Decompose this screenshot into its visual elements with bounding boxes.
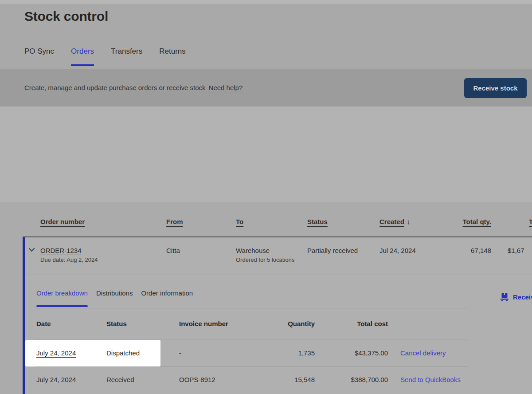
expanded-order-card: ORDER-1234 Due date: Aug 2, 2024 Citta W…: [23, 237, 532, 394]
top-strip: [0, 0, 532, 4]
tab-orders[interactable]: Orders: [71, 47, 94, 66]
orders-table-header: Order number From To Status Created↓ Tot…: [23, 202, 532, 237]
header-status[interactable]: Status: [307, 218, 379, 225]
date-link[interactable]: July 24, 2024: [36, 349, 76, 357]
need-help-link[interactable]: Need help?: [209, 84, 243, 91]
order-due-date: Due date: Aug 2, 2024: [40, 256, 166, 263]
order-number-cell: ORDER-1234 Due date: Aug 2, 2024: [40, 237, 166, 275]
header-order-number[interactable]: Order number: [40, 218, 166, 225]
cancel-delivery-link[interactable]: Cancel delivery: [400, 349, 446, 357]
row-date-cell: July 24, 2024: [36, 349, 106, 357]
header-created[interactable]: Created↓: [379, 218, 448, 225]
row-total-cost-cell: $43,375.00: [315, 349, 388, 357]
order-to-cell: Warehouse Ordered for 5 locations: [236, 237, 307, 275]
info-banner: Create, manage and update purchase order…: [0, 69, 532, 106]
header-to[interactable]: To: [236, 218, 307, 225]
order-detail-tabs-row: Order breakdown Distributions Order info…: [25, 275, 532, 308]
breakdown-header-total-cost: Total cost: [315, 320, 388, 327]
receive-action-link[interactable]: Receive: [500, 293, 532, 301]
tab-order-information[interactable]: Order information: [141, 289, 193, 308]
orders-table-section: Order number From To Status Created↓ Tot…: [0, 202, 532, 394]
order-breakdown-table: Date Status Invoice number Quantity Tota…: [36, 308, 468, 392]
breakdown-header-quantity: Quantity: [244, 320, 315, 327]
breakdown-row-received: July 24, 2024 Received OOPS-8912 15,548 …: [36, 367, 468, 392]
order-to-value: Warehouse: [236, 247, 307, 254]
filters-section: Show All orders Search orders Outlet All…: [0, 106, 532, 202]
sort-descending-icon: ↓: [407, 218, 411, 225]
order-status-cell: Partially received: [307, 237, 379, 275]
order-summary-row[interactable]: ORDER-1234 Due date: Aug 2, 2024 Citta W…: [25, 237, 532, 275]
tab-transfers[interactable]: Transfers: [111, 47, 142, 66]
row-date-cell: July 24, 2024: [36, 376, 106, 383]
order-created-cell: Jul 24, 2024: [379, 237, 448, 275]
row-invoice-cell: OOPS-8912: [179, 376, 244, 383]
order-to-note: Ordered for 5 locations: [236, 256, 307, 263]
row-action-cell: Cancel delivery: [388, 349, 468, 357]
page-title: Stock control: [24, 9, 108, 24]
row-invoice-cell: -: [179, 349, 244, 357]
order-number-link[interactable]: ORDER-1234: [40, 247, 82, 254]
stock-control-page: Stock control PO Sync Orders Transfers R…: [0, 0, 532, 394]
row-total-cost-cell: $388,700.00: [315, 376, 388, 383]
order-detail-tabs: Order breakdown Distributions Order info…: [36, 275, 468, 308]
tab-order-breakdown[interactable]: Order breakdown: [36, 289, 88, 308]
collapse-chevron-icon[interactable]: [25, 237, 40, 275]
breakdown-header-date: Date: [36, 320, 106, 327]
row-action-cell: Send to QuickBooks: [388, 376, 468, 383]
row-status-cell: Dispatched: [106, 349, 179, 357]
page-header: Stock control PO Sync Orders Transfers R…: [0, 4, 532, 69]
tab-returns[interactable]: Returns: [159, 47, 186, 66]
breakdown-row-dispatched: July 24, 2024 Dispatched - 1,735 $43,375…: [36, 339, 468, 367]
order-from-cell: Citta: [166, 237, 236, 275]
header-total-qty[interactable]: Total qty.: [448, 218, 491, 225]
breakdown-header-status: Status: [106, 320, 179, 327]
order-total-qty-cell: 67,148: [448, 237, 491, 275]
row-quantity-cell: 15,548: [244, 376, 315, 383]
receive-link-label: Receive: [513, 293, 532, 301]
tab-distributions[interactable]: Distributions: [96, 289, 133, 308]
row-quantity-cell: 1,735: [244, 349, 315, 357]
send-to-quickbooks-link[interactable]: Send to QuickBooks: [400, 376, 461, 383]
order-total-cost-cell: $1,67: [491, 237, 532, 275]
header-from[interactable]: From: [166, 218, 236, 225]
banner-message: Create, manage and update purchase order…: [24, 84, 206, 91]
header-total-cost[interactable]: Total cost: [491, 218, 532, 225]
breakdown-header-invoice: Invoice number: [179, 320, 244, 327]
tab-po-sync[interactable]: PO Sync: [24, 47, 54, 66]
nav-tabs: PO Sync Orders Transfers Returns: [24, 47, 186, 66]
receive-stock-button[interactable]: Receive stock: [464, 78, 527, 98]
breakdown-header-row: Date Status Invoice number Quantity Tota…: [36, 308, 468, 339]
date-link[interactable]: July 24, 2024: [36, 376, 76, 383]
row-status-cell: Received: [106, 376, 179, 383]
box-on-pallet-icon: [500, 293, 509, 301]
